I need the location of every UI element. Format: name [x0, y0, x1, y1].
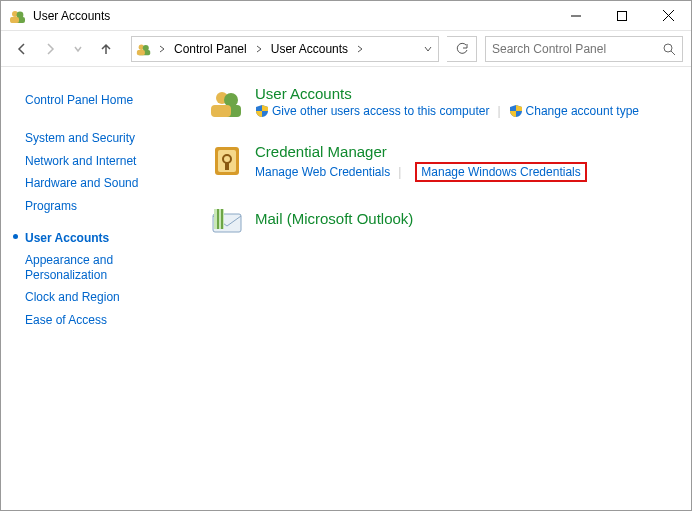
- svg-rect-25: [221, 209, 223, 229]
- task-label: Manage Web Credentials: [255, 165, 390, 179]
- user-accounts-icon: [209, 85, 245, 121]
- task-label: Manage Windows Credentials: [421, 165, 580, 179]
- forward-button[interactable]: [37, 36, 63, 62]
- category-title[interactable]: Credential Manager: [255, 143, 679, 160]
- category-title[interactable]: Mail (Microsoft Outlook): [255, 210, 679, 227]
- svg-rect-17: [211, 105, 231, 117]
- sidebar-item-clock-region[interactable]: Clock and Region: [25, 286, 191, 308]
- task-give-access[interactable]: Give other users access to this computer: [255, 104, 489, 118]
- recent-locations-dropdown[interactable]: [65, 36, 91, 62]
- task-manage-windows-credentials[interactable]: Manage Windows Credentials: [415, 162, 586, 182]
- sidebar-item-programs[interactable]: Programs: [25, 195, 191, 217]
- address-dropdown[interactable]: [422, 43, 434, 55]
- search-box[interactable]: [485, 36, 683, 62]
- sidebar: Control Panel Home System and Security N…: [1, 67, 201, 510]
- chevron-right-icon[interactable]: [156, 43, 168, 55]
- navbar: Control Panel User Accounts: [1, 31, 691, 67]
- separator: |: [489, 104, 508, 118]
- sidebar-item-ease-of-access[interactable]: Ease of Access: [25, 309, 191, 331]
- sidebar-home[interactable]: Control Panel Home: [25, 89, 191, 111]
- svg-rect-24: [217, 209, 219, 229]
- task-label: Give other users access to this computer: [272, 104, 489, 118]
- close-button[interactable]: [645, 1, 691, 30]
- svg-point-12: [664, 44, 672, 52]
- address-app-icon: [136, 41, 152, 57]
- credential-manager-icon: [209, 143, 245, 179]
- sidebar-item-appearance[interactable]: Appearance and Personalization: [25, 249, 145, 286]
- titlebar: User Accounts: [1, 1, 691, 31]
- sidebar-item-network-internet[interactable]: Network and Internet: [25, 150, 191, 172]
- task-label: Change account type: [526, 104, 639, 118]
- content-area: Control Panel Home System and Security N…: [1, 67, 691, 510]
- shield-icon: [509, 104, 523, 118]
- svg-point-15: [224, 93, 238, 107]
- category-user-accounts: User Accounts Give other users access to…: [209, 85, 679, 121]
- up-button[interactable]: [93, 36, 119, 62]
- app-icon: [9, 7, 27, 25]
- chevron-right-icon[interactable]: [354, 43, 366, 55]
- window-controls: [553, 1, 691, 30]
- sidebar-item-system-security[interactable]: System and Security: [25, 127, 191, 149]
- svg-rect-11: [137, 49, 145, 54]
- category-title[interactable]: User Accounts: [255, 85, 679, 102]
- window-title: User Accounts: [33, 9, 553, 23]
- sidebar-item-user-accounts[interactable]: User Accounts: [25, 227, 191, 249]
- svg-rect-3: [10, 17, 19, 23]
- svg-rect-5: [618, 11, 627, 20]
- task-change-account-type[interactable]: Change account type: [509, 104, 639, 118]
- svg-rect-21: [225, 162, 229, 170]
- mail-icon: [209, 204, 245, 240]
- main-panel: User Accounts Give other users access to…: [201, 67, 691, 510]
- sidebar-item-hardware-sound[interactable]: Hardware and Sound: [25, 172, 191, 194]
- address-bar[interactable]: Control Panel User Accounts: [131, 36, 439, 62]
- refresh-button[interactable]: [447, 36, 477, 62]
- search-input[interactable]: [492, 42, 662, 56]
- breadcrumb-root[interactable]: Control Panel: [172, 42, 249, 56]
- chevron-right-icon[interactable]: [253, 43, 265, 55]
- maximize-button[interactable]: [599, 1, 645, 30]
- category-credential-manager: Credential Manager Manage Web Credential…: [209, 143, 679, 182]
- back-button[interactable]: [9, 36, 35, 62]
- search-icon: [662, 42, 676, 56]
- category-mail: Mail (Microsoft Outlook): [209, 204, 679, 240]
- minimize-button[interactable]: [553, 1, 599, 30]
- breadcrumb-current[interactable]: User Accounts: [269, 42, 350, 56]
- shield-icon: [255, 104, 269, 118]
- separator: |: [390, 165, 409, 179]
- task-manage-web-credentials[interactable]: Manage Web Credentials: [255, 165, 390, 179]
- svg-line-13: [671, 51, 675, 55]
